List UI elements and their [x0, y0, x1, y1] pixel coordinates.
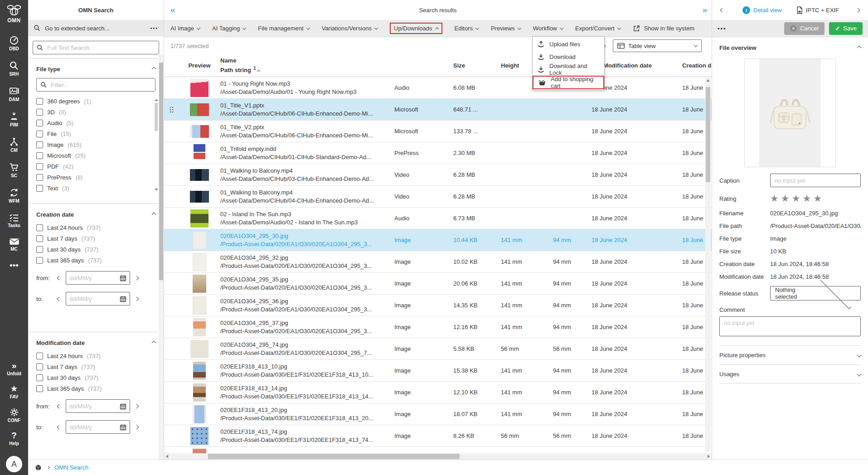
drag-handle-icon[interactable]	[170, 107, 174, 113]
table-row[interactable]: 020EE1F318_413_14.jpg /Product-Asset-Dat…	[164, 382, 712, 403]
rail-item-tasks[interactable]: Tasks	[0, 213, 28, 228]
checkbox[interactable]	[36, 257, 43, 264]
file-type-option[interactable]: Image (615)	[36, 141, 149, 148]
calendar-icon[interactable]	[120, 275, 126, 281]
file-type-option[interactable]: PDF (42)	[36, 163, 149, 170]
checkbox[interactable]	[36, 235, 43, 242]
toolbar-menu[interactable]: Export/Convert	[575, 25, 621, 32]
chevron-left-icon[interactable]	[56, 275, 62, 281]
asset-preview[interactable]	[744, 58, 836, 167]
checkbox[interactable]	[36, 131, 43, 137]
more-options-icon[interactable]: •••	[718, 25, 727, 32]
table-row[interactable]: 01_Title_V1.pptx /Asset-Data/Demo/CIHub/…	[164, 99, 712, 121]
table-row[interactable]: 020EA1O304_295_37.jpg /Product-Asset-Dat…	[164, 316, 712, 338]
table-row[interactable]: 020EE1F318_413_20.jpg /Product-Asset-Dat…	[164, 403, 712, 425]
table-row[interactable]: 01_Walking to Balcony.mp4 /Asset-Data/De…	[164, 164, 712, 186]
modification-date-option[interactable]: Last 30 days (737)	[36, 374, 155, 381]
checkbox[interactable]	[36, 120, 43, 126]
rail-item-srh[interactable]: SRH	[0, 61, 28, 77]
file-type-option[interactable]: Audio (5)	[36, 120, 149, 126]
show-in-file-system-button[interactable]: Show in file system	[633, 24, 694, 32]
breadcrumb-omn-search[interactable]: OMN Search	[54, 464, 88, 471]
column-name-path[interactable]: Name Path string1	[220, 57, 394, 74]
column-creation-date[interactable]: Creation da	[682, 62, 712, 69]
menu-item-add-to-shopping-cart[interactable]: Add to shopping cart	[533, 76, 604, 89]
creation-date-to-input[interactable]	[66, 292, 130, 305]
rail-item-pim[interactable]: PIM	[0, 111, 28, 127]
table-row[interactable]: 020EA1O304_295_35.jpg /Product-Asset-Dat…	[164, 273, 712, 295]
chevron-right-icon[interactable]	[134, 424, 140, 430]
modification-date-option[interactable]: Last 7 days (737)	[36, 364, 155, 370]
checkbox[interactable]	[36, 185, 43, 192]
creation-date-option[interactable]: Last 30 days (737)	[36, 246, 155, 253]
user-avatar[interactable]: A	[6, 456, 22, 472]
table-horizontal-scrollbar[interactable]	[164, 453, 712, 460]
file-type-option[interactable]: Microsoft (25)	[36, 152, 149, 159]
checkbox[interactable]	[36, 374, 43, 381]
checkbox[interactable]	[36, 109, 43, 116]
table-row[interactable]: 020EA1O304_295_30.jpg /Product-Asset-Dat…	[164, 229, 712, 251]
table-row[interactable]: 01 - Young Right Now.mp3 /Asset-Data/Dem…	[164, 77, 712, 99]
table-row[interactable]: 020EE1F318_413_10.jpg /Product-Asset-Dat…	[164, 360, 712, 382]
checkbox[interactable]	[36, 353, 43, 359]
checkbox[interactable]	[36, 152, 43, 159]
caption-input[interactable]	[770, 174, 861, 187]
calendar-icon[interactable]	[120, 424, 126, 431]
modification-date-option[interactable]: Last 365 days (737)	[36, 385, 155, 392]
chevron-right-icon[interactable]	[134, 275, 140, 281]
column-modification-date[interactable]: File Modification date	[592, 62, 682, 69]
file-type-option[interactable]: 3D (3)	[36, 109, 149, 116]
calendar-icon[interactable]	[120, 296, 126, 302]
column-size[interactable]: Size	[453, 62, 501, 69]
tab-detail-view[interactable]: i Detail view	[742, 6, 782, 14]
toolbar-menu[interactable]: Previews	[491, 25, 521, 32]
checkbox[interactable]	[36, 98, 43, 105]
file-type-option[interactable]: PrePress (8)	[36, 174, 149, 181]
file-type-section-header[interactable]: File type	[36, 66, 155, 73]
rail-item-fav[interactable]: ★ FAV	[0, 384, 28, 399]
rail-item-unfold[interactable]: » Unfold	[0, 361, 28, 376]
file-type-option[interactable]: File (15)	[36, 131, 149, 137]
save-button[interactable]: ✓ Save	[829, 22, 863, 35]
table-row[interactable]: 01_Walking to Balcony.mp4 /Asset-Data/De…	[164, 186, 712, 208]
file-type-list-scrollbar[interactable]	[154, 99, 158, 191]
view-mode-select[interactable]: Table view	[613, 39, 702, 52]
chevron-left-icon[interactable]	[56, 403, 62, 409]
rail-more-button[interactable]: •••	[0, 261, 28, 270]
menu-item-download[interactable]: Download	[533, 50, 604, 63]
toolbar-menu[interactable]: Variations/Versions	[322, 25, 378, 32]
sidebar-scrollbar[interactable]	[159, 54, 164, 460]
toolbar-menu[interactable]: Up/Downloads	[390, 23, 442, 34]
table-row[interactable]: 02 - Island In The Sun.mp3 /Asset-Data/D…	[164, 208, 712, 229]
rail-item-dbd[interactable]: DBD	[0, 35, 28, 51]
full-text-search-input[interactable]	[47, 44, 155, 51]
rail-item-mc[interactable]: MC	[0, 238, 28, 252]
rating-stars[interactable]: ★★★★★	[770, 193, 824, 204]
modification-date-option[interactable]: Last 24 hours (737)	[36, 353, 155, 359]
rail-item-cm[interactable]: CM	[0, 137, 28, 153]
table-row[interactable]: 020EE1F318_413_74.jpg /Product-Asset-Dat…	[164, 425, 712, 447]
modification-date-from-input[interactable]	[66, 399, 130, 413]
checkbox[interactable]	[36, 364, 43, 370]
table-row[interactable]: 020EA1O304_295_74.jpg /Product-Asset-Dat…	[164, 338, 712, 360]
collapse-right-panel-icon[interactable]: »	[702, 5, 707, 15]
toolbar-menu[interactable]: File management	[258, 25, 309, 32]
panel-prev-icon[interactable]	[719, 7, 725, 13]
chevron-right-icon[interactable]	[134, 403, 140, 409]
chevron-left-icon[interactable]	[56, 424, 62, 430]
menu-item-upload-files[interactable]: Upload files	[533, 38, 604, 50]
column-preview[interactable]: Preview	[179, 62, 220, 69]
toolbar-menu[interactable]: AI Tagging	[212, 25, 246, 32]
table-row[interactable]: 020EA1O304_295_32.jpg /Product-Asset-Dat…	[164, 251, 712, 273]
table-row[interactable]: 01_Trifold empty.indd /Asset-Data/Demo/C…	[164, 142, 712, 164]
creation-date-option[interactable]: Last 7 days (737)	[36, 235, 155, 242]
table-row[interactable]: 01_Title_V2.pptx /Asset-Data/Demo/CIHub/…	[164, 121, 712, 142]
table-row[interactable]	[164, 447, 712, 453]
checkbox[interactable]	[36, 224, 43, 231]
tab-iptc-exif[interactable]: IPTC + EXIF	[796, 6, 839, 14]
file-overview-section-header[interactable]: File overview	[719, 37, 861, 56]
rail-item-dam[interactable]: DAM	[0, 86, 28, 102]
comment-input[interactable]	[719, 316, 861, 336]
picture-properties-section-header[interactable]: Picture properties	[719, 345, 861, 364]
toolbar-menu[interactable]: Workflow	[533, 25, 563, 32]
